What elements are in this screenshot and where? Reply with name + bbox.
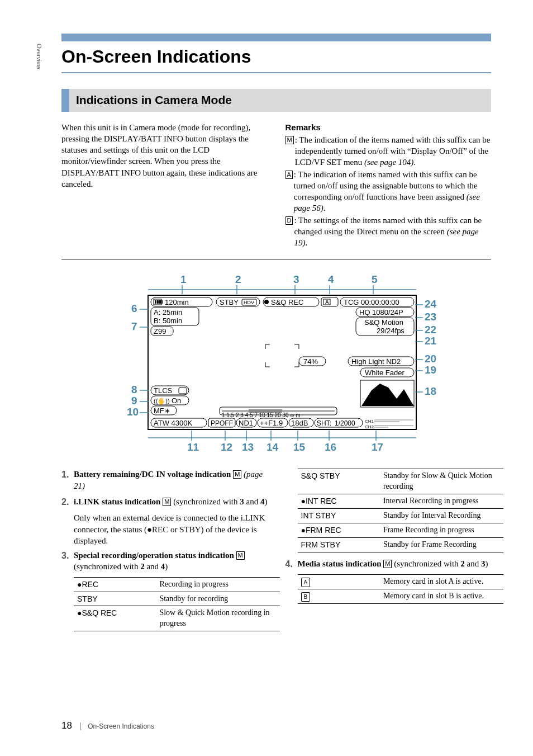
svg-text:11: 11 — [187, 441, 199, 453]
table-left: ●RECRecording in progress STBYStandby fo… — [74, 577, 280, 632]
svg-text:CH1: CH1 — [365, 419, 374, 424]
svg-text:23: 23 — [425, 311, 436, 323]
remarks-heading: Remarks — [285, 122, 492, 133]
table-right: S&Q STBYStandby for Slow & Quick Motion … — [298, 469, 504, 552]
svg-text:SHT:: SHT: — [317, 419, 331, 427]
table-row: B Memory card in slot B is active. — [298, 589, 504, 604]
footer-title: On-Screen Indications — [80, 722, 154, 730]
item-2: 2. i.LINK status indication M (synchroni… — [61, 496, 268, 508]
item-3-num: 3. — [61, 550, 74, 573]
table-row: ●FRM RECFrame Recording in progress — [298, 523, 504, 537]
svg-point-62 — [264, 300, 269, 304]
svg-text:10: 10 — [127, 406, 139, 418]
item-1: 1. Battery remaining/DC IN voltage indic… — [61, 469, 268, 492]
svg-rect-53 — [155, 300, 156, 304]
media-table: A Memory card in slot A is active. B Mem… — [298, 574, 504, 604]
item-4-num: 4. — [285, 558, 298, 570]
svg-text:8: 8 — [131, 384, 137, 395]
svg-text:18: 18 — [425, 385, 436, 397]
svg-text:TLCS: TLCS — [154, 386, 173, 395]
svg-text:24: 24 — [425, 298, 437, 310]
svg-rect-56 — [161, 300, 163, 304]
item-1-bold: Battery remaining/DC IN voltage indicati… — [74, 470, 233, 479]
right-lower-col: S&Q STBYStandby for Slow & Quick Motion … — [285, 469, 492, 637]
svg-text:17: 17 — [372, 441, 383, 453]
camera-osd-diagram: 1 2 3 4 5 6 7 8 9 10 24 23 22 21 20 19 1… — [61, 273, 491, 457]
remarks-column: Remarks M : The indication of the items … — [285, 122, 492, 249]
svg-text:5: 5 — [372, 273, 378, 285]
svg-text:19: 19 — [425, 364, 436, 376]
svg-text:18dB: 18dB — [291, 419, 308, 427]
divider — [61, 259, 491, 259]
table-row: ●RECRecording in progress — [74, 577, 280, 592]
svg-text:S&Q Motion: S&Q Motion — [364, 318, 403, 327]
svg-text:ND1: ND1 — [239, 419, 253, 427]
svg-text:MF∗: MF∗ — [154, 407, 170, 415]
item-2-para: Only when an external device is connecte… — [74, 512, 268, 546]
card-b-icon: B — [301, 592, 311, 602]
intro-paragraph: When this unit is in Camera mode (mode f… — [61, 122, 268, 190]
table-row: S&Q STBYStandby for Slow & Quick Motion … — [298, 469, 504, 494]
side-label: Overview — [35, 44, 43, 69]
item-3-letter-icon: M — [236, 551, 245, 560]
svg-text:1/2000: 1/2000 — [335, 419, 355, 427]
svg-text:S&Q REC: S&Q REC — [271, 298, 304, 306]
table-row: ●S&Q RECSlow & Quick Motion recording in… — [74, 606, 280, 631]
svg-text:High Light ND2: High Light ND2 — [351, 357, 401, 366]
item-2-letter-icon: M — [163, 498, 171, 506]
intro-column: When this unit is in Camera mode (mode f… — [61, 122, 268, 249]
svg-text:21: 21 — [425, 335, 437, 347]
svg-text:20: 20 — [425, 353, 436, 365]
item-2-bold: i.LINK status indication — [74, 497, 163, 506]
svg-text:On: On — [172, 396, 181, 405]
svg-text:++F1.9: ++F1.9 — [260, 419, 283, 427]
svg-rect-89 — [179, 388, 187, 394]
title-bar-bottom — [61, 72, 491, 73]
boxed-m-icon: M — [285, 136, 294, 144]
svg-text:Z99: Z99 — [154, 327, 166, 336]
svg-text:14: 14 — [266, 441, 279, 453]
svg-text:9: 9 — [131, 395, 137, 407]
svg-text:B:  50min: B: 50min — [154, 316, 182, 325]
item-1-num: 1. — [61, 469, 74, 492]
svg-text:PPOFF: PPOFF — [211, 419, 233, 427]
item-1-letter-icon: M — [233, 470, 241, 479]
svg-text:A:  25min: A: 25min — [154, 308, 182, 316]
page-number: 18 — [61, 720, 72, 731]
remark-a-text: : The indication of items named with thi… — [294, 170, 478, 202]
card-a-icon: A — [301, 578, 311, 588]
svg-text:TCG 00:00:00:00: TCG 00:00:00:00 — [344, 298, 399, 306]
item-4: 4. Media status indication M (synchroniz… — [285, 558, 492, 570]
svg-text:12: 12 — [221, 441, 232, 453]
section-heading: Indications in Camera Mode — [61, 89, 491, 111]
table-row: A Memory card in slot A is active. — [298, 575, 504, 589]
svg-text:120min: 120min — [165, 298, 189, 306]
svg-text:22: 22 — [425, 324, 436, 336]
svg-text:White Fader: White Fader — [365, 368, 404, 377]
table-row: INT STBYStandby for Interval Recording — [298, 508, 504, 523]
item-2-num: 2. — [61, 496, 74, 508]
item-3: 3. Special recording/operation status in… — [61, 550, 268, 573]
left-lower-col: 1. Battery remaining/DC IN voltage indic… — [61, 469, 268, 637]
table-row: STBYStandby for recording — [74, 592, 280, 606]
svg-text:1  1.5 2    3  4 5    7 10   1: 1 1.5 2 3 4 5 7 10 15 20 30 ∞ m — [222, 412, 301, 418]
remark-d: D : The settings of the items named with… — [285, 215, 492, 249]
svg-text:29/24fps: 29/24fps — [377, 327, 404, 335]
svg-rect-54 — [157, 300, 159, 304]
svg-text:6: 6 — [131, 303, 137, 314]
table-row: FRM STBYStandby for Frame Recording — [298, 537, 504, 552]
svg-text:A: A — [325, 299, 329, 305]
svg-text:CH2: CH2 — [365, 424, 374, 429]
item-4-letter-icon: M — [383, 560, 392, 568]
svg-text:2: 2 — [235, 273, 241, 285]
remark-a: A : The indication of items named with t… — [285, 169, 492, 214]
item-4-bold: Media status indication — [298, 559, 384, 568]
svg-text:3: 3 — [293, 273, 299, 285]
title-block: On-Screen Indications — [61, 34, 491, 73]
svg-text:((🖐)): ((🖐)) — [154, 397, 170, 405]
table-row: ●INT RECInterval Recording in progress — [298, 494, 504, 509]
footer: 18 On-Screen Indications — [61, 720, 154, 733]
svg-rect-55 — [159, 300, 161, 304]
svg-text:13: 13 — [242, 441, 254, 453]
svg-text:15: 15 — [293, 441, 306, 453]
